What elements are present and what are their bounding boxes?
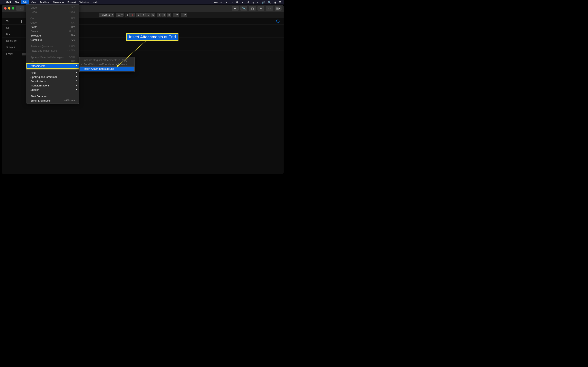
menu-redo[interactable]: Redo⇧⌘Z — [26, 10, 79, 14]
menu-select-all[interactable]: Select All⌘A — [26, 33, 79, 38]
menu-substitutions[interactable]: Substitutions — [26, 79, 79, 83]
menu-help[interactable]: Help — [93, 1, 98, 4]
cc-icon[interactable]: ⌘ — [236, 1, 238, 4]
send-icon: ✈ — [19, 7, 21, 10]
menu-paste-quotation[interactable]: Paste as Quotation⇧⌘V — [26, 44, 79, 49]
emoji-button[interactable]: ☺ — [266, 6, 273, 11]
menu-message[interactable]: Message — [53, 1, 64, 4]
menu-paste[interactable]: Paste⌘V — [26, 25, 79, 29]
font-family-select[interactable]: Helvetica — [99, 13, 114, 17]
search-icon[interactable]: 🔍 — [268, 1, 271, 4]
menu-window[interactable]: Window — [79, 1, 89, 4]
to-label: To: — [6, 20, 20, 23]
wifi-icon[interactable]: ⚬ — [257, 1, 259, 4]
list-button[interactable]: ⋮≡▾ — [173, 13, 179, 17]
volume-icon[interactable]: 🔊 — [262, 1, 265, 4]
airplay-icon[interactable]: ▲ — [241, 1, 244, 4]
window-zoom-button[interactable] — [12, 7, 14, 9]
menu-transformations[interactable]: Transformations — [26, 83, 79, 88]
emoji-icon: ☺ — [268, 7, 271, 10]
timemachine-icon[interactable]: ↺ — [247, 1, 249, 4]
format-icon: A — [260, 7, 262, 10]
menu-paste-match-style[interactable]: Paste and Match Style⌥⇧⌘V — [26, 49, 79, 53]
menu-start-dictation[interactable]: Start Dictation… — [26, 94, 79, 99]
menu-edit[interactable]: Edit — [21, 0, 29, 4]
italic-button[interactable]: I — [141, 13, 146, 17]
attachment-button[interactable]: 📎 — [240, 6, 247, 11]
align-right-button[interactable]: ≡ — [167, 13, 171, 17]
strike-button[interactable]: S — [151, 13, 155, 17]
dropbox-icon[interactable]: ⧈ — [221, 1, 222, 4]
edit-menu-dropdown: Undo⌘Z Redo⇧⌘Z Cut⌘X Copy⌘C Paste⌘V Dele… — [26, 4, 79, 104]
menu-undo[interactable]: Undo⌘Z — [26, 6, 79, 10]
window-close-button[interactable] — [4, 7, 7, 9]
menu-add-link[interactable]: Add Link…⌘K — [26, 59, 79, 64]
display-icon[interactable]: ▭ — [231, 1, 233, 4]
format-button[interactable]: A — [258, 6, 264, 11]
attachments-submenu: Include Original Attachments in Reply Se… — [79, 57, 135, 72]
submenu-insert-at-end[interactable]: Insert Attachments at End — [79, 67, 135, 71]
siri-icon[interactable]: ◉ — [274, 1, 276, 4]
cloud-icon[interactable]: ☁ — [225, 1, 228, 4]
menu-append-selected[interactable]: Append Selected Messages⌥⌘I — [26, 55, 79, 59]
bcc-label: Bcc: — [6, 33, 20, 36]
notification-center-icon[interactable]: ☰ — [279, 1, 282, 4]
annotation-dot — [117, 65, 118, 67]
bold-button[interactable]: B — [136, 13, 141, 17]
menu-view[interactable]: View — [31, 1, 36, 4]
menu-complete[interactable]: Complete⌥⎋ — [26, 38, 79, 42]
paperclip-icon: 📎 — [242, 7, 246, 10]
menu-find[interactable]: Find — [26, 71, 79, 75]
cc-label: Cc: — [6, 26, 20, 29]
indent-button[interactable]: →|▾ — [181, 13, 187, 17]
menu-spelling[interactable]: Spelling and Grammar — [26, 75, 79, 79]
menu-emoji[interactable]: Emoji & Symbols^⌘Space — [26, 99, 79, 103]
menu-attachments[interactable]: Attachments — [26, 64, 79, 68]
menu-app[interactable]: Mail — [6, 1, 11, 4]
menu-cut[interactable]: Cut⌘X — [26, 16, 79, 21]
reply-button[interactable]: ↩ — [232, 6, 239, 11]
markup-icon: ▧▾ — [276, 7, 280, 10]
menu-copy[interactable]: Copy⌘C — [26, 21, 79, 25]
submenu-windows-friendly[interactable]: Send Windows-Friendly Attachments — [79, 62, 135, 67]
bg-color-button[interactable]: a — [130, 13, 135, 17]
reply-to-label: Reply To: — [6, 39, 20, 42]
password-icon[interactable]: •••• — [214, 1, 218, 4]
menu-speech[interactable]: Speech — [26, 88, 79, 92]
annotation-callout: Insert Attachments at End — [126, 33, 178, 41]
send-button[interactable]: ✈ — [16, 6, 24, 11]
add-recipient-button[interactable]: + — [276, 20, 279, 23]
font-size-select[interactable]: 12 — [116, 13, 123, 17]
markup-button[interactable]: ▧▾ — [275, 6, 282, 11]
menu-mailbox[interactable]: Mailbox — [40, 1, 49, 4]
align-center-button[interactable]: ≡ — [162, 13, 166, 17]
text-color-button[interactable]: ■ — [125, 13, 130, 17]
bluetooth-icon[interactable]: ⚼ — [252, 1, 254, 4]
photo-browser-button[interactable]: ▢ — [249, 6, 256, 11]
align-left-button[interactable]: ≡ — [157, 13, 162, 17]
reply-icon: ↩ — [234, 7, 236, 10]
menu-delete[interactable]: Delete⌘⌫ — [26, 29, 79, 33]
menu-format[interactable]: Format — [67, 1, 76, 4]
from-label: From: — [6, 52, 20, 55]
menubar: Mail File Edit View Mailbox Message Form… — [0, 0, 284, 4]
subject-label: Subject: — [6, 46, 20, 49]
menu-file[interactable]: File — [15, 1, 19, 4]
window-minimize-button[interactable] — [8, 7, 10, 9]
photo-icon: ▢ — [251, 7, 254, 10]
underline-button[interactable]: U — [146, 13, 150, 17]
